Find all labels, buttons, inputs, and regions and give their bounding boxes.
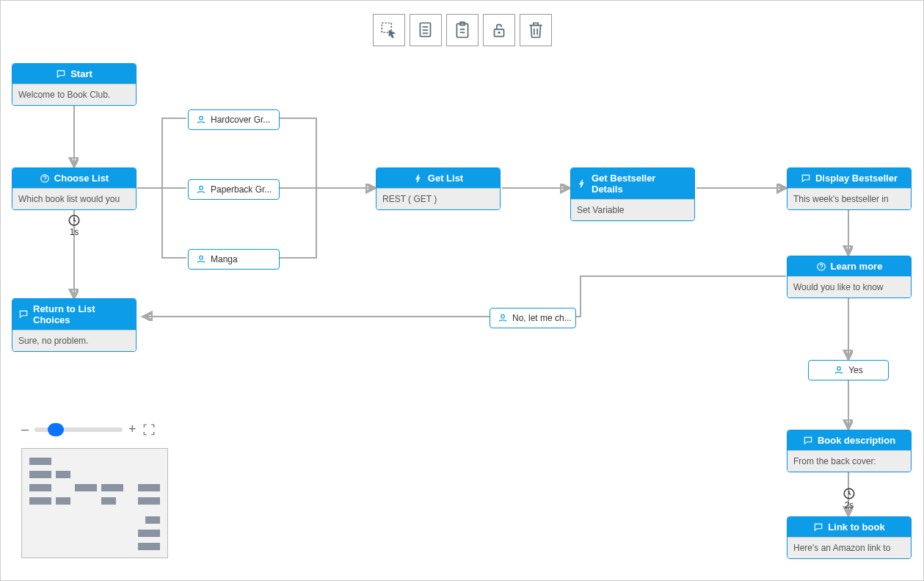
node-header: Learn more bbox=[787, 256, 911, 276]
node-body: Here's an Amazon link to bbox=[787, 537, 911, 558]
chat-icon bbox=[813, 522, 823, 533]
user-choice-icon bbox=[196, 184, 206, 195]
node-title: Learn more bbox=[831, 261, 883, 272]
choice-label: Hardcover Gr... bbox=[211, 115, 270, 125]
node-title: Choose List bbox=[54, 173, 109, 184]
node-get-list[interactable]: Get List REST ( GET ) bbox=[376, 167, 501, 210]
delay-label: 1s bbox=[70, 227, 79, 237]
delay-1s: 1s bbox=[68, 214, 81, 237]
choice-yes[interactable]: Yes bbox=[808, 360, 889, 380]
clock-icon bbox=[843, 487, 856, 500]
action-icon bbox=[413, 173, 423, 184]
choice-label: Yes bbox=[848, 365, 863, 375]
node-header: Get List bbox=[376, 168, 500, 188]
delete-button[interactable] bbox=[520, 14, 552, 46]
node-link-to-book[interactable]: Link to book Here's an Amazon link to bbox=[787, 516, 912, 559]
node-get-bestseller-details[interactable]: Get Bestseller Details Set Variable bbox=[570, 167, 695, 221]
delay-label: 2s bbox=[845, 500, 854, 510]
chat-icon bbox=[801, 173, 811, 184]
zoom-slider-thumb[interactable] bbox=[48, 423, 64, 436]
zoom-slider[interactable] bbox=[34, 427, 123, 432]
node-body: Would you like to know bbox=[787, 276, 911, 297]
delay-2s: 2s bbox=[843, 487, 856, 510]
node-title: Get List bbox=[428, 173, 463, 184]
node-body: This week's bestseller in bbox=[787, 188, 911, 209]
paste-button[interactable] bbox=[446, 14, 479, 46]
node-header: Get Bestseller Details bbox=[571, 168, 694, 199]
node-title: Display Bestseller bbox=[815, 173, 898, 184]
chat-icon bbox=[18, 309, 29, 320]
node-title: Get Bestseller Details bbox=[592, 173, 688, 195]
node-return-to-list[interactable]: Return to List Choices Sure, no problem. bbox=[12, 298, 137, 352]
node-body: Welcome to Book Club. bbox=[12, 84, 136, 105]
chat-icon bbox=[56, 69, 66, 79]
node-body: From the back cover: bbox=[787, 450, 911, 472]
zoom-in-button[interactable]: + bbox=[128, 422, 137, 437]
node-title: Book description bbox=[818, 435, 895, 446]
choice-hardcover[interactable]: Hardcover Gr... bbox=[188, 109, 280, 130]
toolbar bbox=[373, 14, 552, 46]
node-book-description[interactable]: Book description From the back cover: bbox=[787, 430, 912, 472]
user-choice-icon bbox=[498, 313, 508, 323]
node-choose-list[interactable]: Choose List Which book list would you bbox=[12, 167, 137, 210]
svg-point-14 bbox=[44, 180, 45, 181]
question-icon bbox=[40, 173, 50, 184]
node-display-bestseller[interactable]: Display Bestseller This week's bestselle… bbox=[787, 167, 912, 210]
action-icon bbox=[577, 178, 587, 189]
node-title: Start bbox=[70, 68, 92, 79]
node-learn-more[interactable]: Learn more Would you like to know bbox=[787, 256, 912, 298]
node-header: Start bbox=[12, 64, 136, 84]
choice-manga[interactable]: Manga bbox=[188, 249, 280, 270]
svg-point-18 bbox=[200, 256, 203, 259]
node-header: Choose List bbox=[12, 168, 136, 188]
choice-no-let-me[interactable]: No, let me ch... bbox=[490, 308, 576, 328]
svg-point-22 bbox=[837, 367, 841, 370]
user-choice-icon bbox=[834, 365, 844, 375]
node-body: Set Variable bbox=[571, 199, 694, 220]
choice-label: Paperback Gr... bbox=[211, 184, 272, 195]
node-header: Return to List Choices bbox=[12, 299, 136, 330]
unlock-button[interactable] bbox=[483, 14, 515, 46]
svg-point-16 bbox=[200, 116, 203, 120]
choice-paperback[interactable]: Paperback Gr... bbox=[188, 179, 280, 200]
minimap[interactable] bbox=[21, 448, 168, 558]
node-start[interactable]: Start Welcome to Book Club. bbox=[12, 63, 137, 106]
svg-point-20 bbox=[821, 268, 821, 269]
node-body: Sure, no problem. bbox=[12, 330, 136, 351]
question-icon bbox=[816, 261, 826, 272]
svg-point-21 bbox=[501, 314, 505, 318]
svg-point-10 bbox=[498, 32, 500, 34]
node-header: Link to book bbox=[787, 517, 911, 537]
clock-icon bbox=[68, 214, 81, 227]
node-header: Book description bbox=[787, 430, 911, 450]
user-choice-icon bbox=[196, 254, 206, 264]
choice-label: Manga bbox=[211, 254, 238, 264]
zoom-controls: – + bbox=[21, 422, 156, 437]
flow-canvas[interactable]: Start Welcome to Book Club. Choose List … bbox=[0, 0, 924, 581]
node-title: Link to book bbox=[828, 522, 884, 533]
select-tool-button[interactable] bbox=[373, 14, 405, 46]
fit-to-screen-button[interactable] bbox=[142, 423, 156, 436]
chat-icon bbox=[803, 436, 813, 446]
node-header: Display Bestseller bbox=[787, 168, 911, 188]
node-body: REST ( GET ) bbox=[376, 188, 500, 209]
node-body: Which book list would you bbox=[12, 188, 136, 209]
choice-label: No, let me ch... bbox=[512, 313, 572, 323]
copy-button[interactable] bbox=[410, 14, 442, 46]
node-title: Return to List Choices bbox=[33, 303, 130, 325]
zoom-out-button[interactable]: – bbox=[21, 422, 29, 437]
svg-point-17 bbox=[200, 186, 203, 190]
user-choice-icon bbox=[196, 115, 206, 125]
